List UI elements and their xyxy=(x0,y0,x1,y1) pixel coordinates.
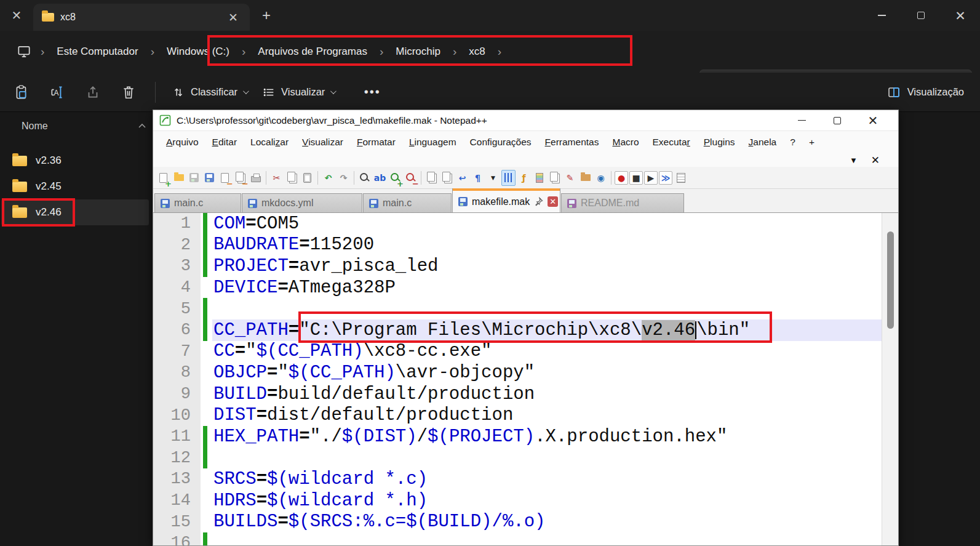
breadcrumb-item[interactable]: Este Computador xyxy=(50,42,144,62)
play-macro-icon[interactable]: ▶ xyxy=(644,171,658,185)
overflow-dropdown-icon[interactable]: ▼ xyxy=(850,156,858,165)
menu-?[interactable]: ? xyxy=(783,133,802,151)
close-all-icon[interactable]: − xyxy=(233,170,247,186)
sync-vertical-icon[interactable] xyxy=(424,170,439,186)
tab-close-icon[interactable]: ✕ xyxy=(548,196,558,207)
paste-icon[interactable] xyxy=(7,79,36,106)
replace-icon[interactable]: ab xyxy=(373,170,387,186)
view-button[interactable]: Visualizar xyxy=(255,81,342,104)
explorer-tab-xc8[interactable]: xc8 ✕ xyxy=(33,4,250,31)
record-macro-icon[interactable]: ● xyxy=(615,171,628,185)
menu-editar[interactable]: Editar xyxy=(205,133,244,151)
indent-guide-icon[interactable] xyxy=(501,170,516,186)
list-item-folder-v2.45[interactable]: v2.45 xyxy=(1,174,149,199)
new-file-icon[interactable]: + xyxy=(156,170,170,186)
zoom-out-icon[interactable]: − xyxy=(404,170,418,186)
document-list-icon[interactable] xyxy=(548,170,562,186)
this-pc-icon[interactable] xyxy=(16,44,32,60)
menu-arquivo[interactable]: Arquivo xyxy=(159,133,205,151)
delete-icon[interactable] xyxy=(114,79,143,106)
menu-formatar[interactable]: Formatar xyxy=(350,133,402,151)
menu-plugins[interactable]: Plugins xyxy=(697,133,742,151)
run-macro-multiple-icon[interactable]: ≫ xyxy=(659,171,672,185)
editor-tab-makefile.mak[interactable]: makefile.mak✕ xyxy=(452,188,560,212)
close-icon[interactable]: ✕ xyxy=(871,154,880,167)
menu-localizar[interactable]: Localizar xyxy=(244,133,295,151)
document-map-icon[interactable] xyxy=(532,170,546,186)
editor-tab-mkdocs.yml[interactable]: mkdocs.yml xyxy=(242,193,362,212)
close-icon[interactable]: ✕ xyxy=(941,0,980,31)
sync-horizontal-icon[interactable] xyxy=(440,170,454,186)
code-text[interactable]: DIST=dist/default/production xyxy=(212,404,882,426)
sort-button[interactable]: Classificar xyxy=(164,81,255,104)
editor-tab-main.c[interactable]: main.c xyxy=(154,193,241,212)
menu-+[interactable]: + xyxy=(802,133,821,151)
toolbar-dropdown-icon[interactable]: ▼ xyxy=(486,170,500,186)
cut-icon[interactable]: ✂ xyxy=(269,170,284,186)
more-options-icon[interactable]: ••• xyxy=(358,79,386,106)
editor-tab-README.md[interactable]: README.md xyxy=(561,193,684,212)
list-item-folder-v2.36[interactable]: v2.36 xyxy=(1,148,149,174)
breadcrumb-item[interactable]: Microchip xyxy=(389,42,447,62)
code-text[interactable] xyxy=(212,532,882,545)
minimize-icon[interactable] xyxy=(862,0,901,31)
save-all-icon[interactable] xyxy=(202,170,217,186)
list-item-folder-v2.46[interactable]: v2.46 xyxy=(1,199,149,225)
undo-icon[interactable]: ↶ xyxy=(321,170,335,186)
open-file-icon[interactable] xyxy=(172,170,186,186)
code-text[interactable]: HDRS=$(wildcard *.h) xyxy=(212,490,882,512)
column-header-name[interactable]: Nome xyxy=(22,121,48,132)
code-text[interactable]: SRCS=$(wildcard *.c) xyxy=(212,468,882,490)
code-text[interactable]: BUILDS=$(SRCS:%.c=$(BUILD)/%.o) xyxy=(212,511,882,532)
code-text[interactable]: CC_PATH="C:\Program Files\Microchip\xc8\… xyxy=(212,319,882,341)
code-area[interactable]: 1COM=COM52BAUDRATE=1152003PROJECT=avr_pi… xyxy=(153,213,882,545)
function-hint-icon[interactable]: ✎ xyxy=(563,170,577,186)
close-icon[interactable]: ✕ xyxy=(0,0,33,31)
code-text[interactable]: OBJCP="$(CC_PATH)\avr-objcopy" xyxy=(212,362,882,383)
save-icon[interactable] xyxy=(187,170,201,186)
code-text[interactable]: HEX_PATH="./$(DIST)/$(PROJECT).X.product… xyxy=(212,426,882,448)
menu-macro[interactable]: Macro xyxy=(605,133,645,151)
word-wrap-icon[interactable]: ↩ xyxy=(455,170,469,186)
code-text[interactable]: PROJECT=avr_pisca_led xyxy=(212,255,882,277)
folder-workspace-icon[interactable] xyxy=(578,170,592,186)
menu-configuraes[interactable]: Configurações xyxy=(463,133,538,151)
new-tab-button[interactable]: + xyxy=(250,0,283,31)
show-symbols-icon[interactable]: ¶ xyxy=(471,170,485,186)
file-monitoring-icon[interactable]: ◉ xyxy=(594,170,608,186)
print-icon[interactable] xyxy=(249,170,263,186)
menu-linguagem[interactable]: Linguagem xyxy=(402,133,463,151)
scrollbar-thumb[interactable] xyxy=(887,231,894,329)
maximize-icon[interactable] xyxy=(824,111,850,130)
copy-icon[interactable] xyxy=(285,170,299,186)
menu-visualizar[interactable]: Visualizar xyxy=(295,133,350,151)
zoom-in-icon[interactable]: + xyxy=(388,170,402,186)
editor-tab-main.c[interactable]: main.c xyxy=(363,193,452,212)
code-text[interactable]: CC="$(CC_PATH)\xc8-cc.exe" xyxy=(212,341,882,363)
breadcrumb-item[interactable]: Arquivos de Programas xyxy=(252,42,373,62)
code-text[interactable]: BUILD=build/default/production xyxy=(212,383,882,405)
maximize-icon[interactable] xyxy=(901,0,941,31)
pin-icon[interactable] xyxy=(534,197,543,206)
preview-toggle[interactable]: Visualização xyxy=(886,85,980,100)
paste-icon[interactable] xyxy=(300,170,314,186)
code-text[interactable]: COM=COM5 xyxy=(212,213,882,235)
editor-scrollbar[interactable] xyxy=(882,213,898,545)
code-text[interactable]: DEVICE=ATmega328P xyxy=(212,277,882,299)
tab-close-icon[interactable]: ✕ xyxy=(225,10,241,25)
share-icon[interactable] xyxy=(79,79,107,106)
redo-icon[interactable]: ↷ xyxy=(337,170,351,186)
sort-ascending-icon[interactable] xyxy=(138,123,146,129)
rename-icon[interactable]: A xyxy=(43,79,71,106)
breadcrumb-item[interactable]: xc8 xyxy=(463,42,491,62)
menu-janela[interactable]: Janela xyxy=(742,133,784,151)
save-macro-icon[interactable] xyxy=(674,170,688,186)
menu-ferramentas[interactable]: Ferramentas xyxy=(538,133,606,151)
notepadpp-title-bar[interactable]: C:\Users\professor\git\codeberg\avr_pisc… xyxy=(153,110,898,131)
breadcrumb-item[interactable]: Windows (C:) xyxy=(161,42,236,62)
close-file-icon[interactable]: − xyxy=(218,170,232,186)
function-list-icon[interactable]: ƒ xyxy=(517,170,531,186)
code-text[interactable]: BAUDRATE=115200 xyxy=(212,235,882,256)
close-icon[interactable]: ✕ xyxy=(860,111,886,130)
code-text[interactable] xyxy=(212,448,882,469)
